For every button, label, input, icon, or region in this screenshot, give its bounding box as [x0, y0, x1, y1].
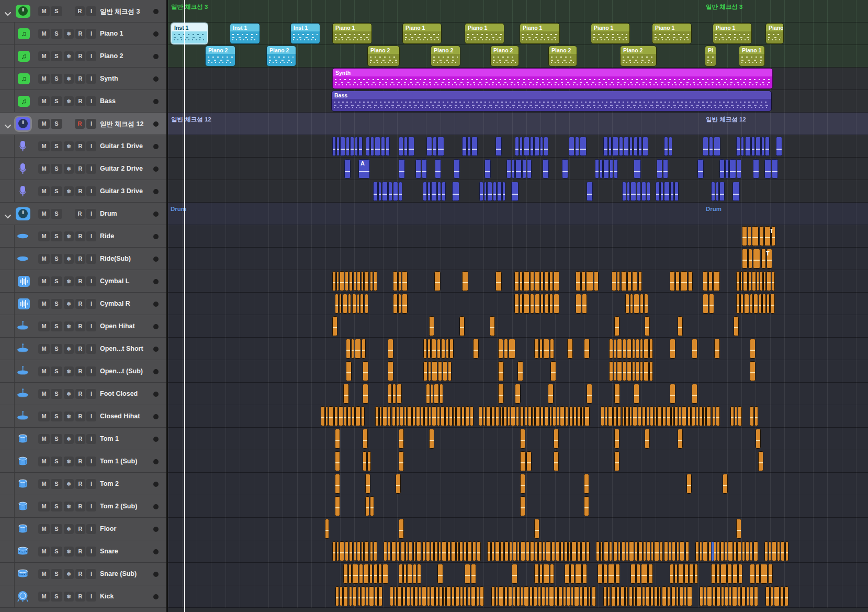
audio-clip[interactable] [642, 586, 645, 606]
audio-clip[interactable] [558, 586, 562, 606]
arrangement-row-6[interactable] [168, 135, 868, 158]
input-monitor-button[interactable]: I [86, 389, 96, 399]
solo-button[interactable]: S [51, 321, 62, 331]
input-monitor-button[interactable]: I [86, 366, 96, 376]
input-monitor-button[interactable]: I [86, 434, 96, 444]
track-name[interactable]: Bass [100, 97, 116, 105]
audio-clip[interactable] [416, 406, 420, 426]
audio-clip[interactable] [375, 137, 380, 156]
record-enable-button[interactable]: R [75, 592, 85, 602]
audio-clip[interactable] [750, 564, 755, 584]
audio-clip[interactable] [697, 159, 704, 179]
audio-clip[interactable] [603, 564, 607, 584]
audio-clip[interactable] [670, 182, 674, 201]
record-enable-button[interactable]: R [75, 547, 85, 557]
audio-clip[interactable] [772, 271, 775, 291]
audio-clip[interactable] [728, 541, 733, 561]
audio-clip[interactable] [404, 137, 408, 156]
track-header-guitar-2-drive[interactable]: MS❄RIGuitar 2 Drive [0, 158, 166, 180]
audio-clip[interactable] [746, 541, 749, 561]
freeze-button[interactable]: ❄ [64, 254, 74, 264]
audio-clip[interactable] [634, 294, 639, 314]
audio-clip[interactable] [437, 182, 441, 201]
audio-clip[interactable] [754, 406, 759, 426]
audio-clip[interactable] [348, 564, 352, 584]
audio-clip[interactable] [636, 361, 640, 381]
audio-clip[interactable] [332, 316, 337, 336]
audio-clip[interactable] [514, 271, 519, 291]
audio-clip[interactable] [565, 406, 568, 426]
audio-clip[interactable] [370, 496, 374, 516]
audio-clip[interactable] [627, 361, 632, 381]
track-name[interactable]: Cymbal R [100, 300, 130, 307]
audio-clip[interactable] [549, 294, 553, 314]
audio-clip[interactable] [688, 271, 693, 291]
audio-clip[interactable] [550, 564, 554, 584]
audio-clip[interactable] [740, 271, 743, 291]
audio-clip[interactable] [534, 519, 539, 539]
audio-clip[interactable] [563, 586, 566, 606]
audio-clip[interactable] [695, 541, 699, 561]
audio-clip[interactable] [363, 429, 368, 449]
audio-clip[interactable] [630, 294, 633, 314]
track-header-tom-2-sub[interactable]: MS❄RITom 2 (Sub) [0, 495, 166, 518]
audio-clip[interactable] [392, 384, 396, 404]
audio-clip[interactable] [680, 271, 687, 291]
audio-clip[interactable] [416, 541, 422, 561]
audio-clip[interactable] [614, 451, 619, 471]
audio-clip[interactable] [780, 586, 784, 606]
audio-clip[interactable] [725, 541, 727, 561]
audio-clip[interactable] [465, 406, 469, 426]
audio-clip[interactable] [686, 474, 692, 494]
track-name[interactable]: Open...t (Sub) [100, 368, 143, 375]
track-name[interactable]: Piano 2 [100, 52, 123, 60]
audio-clip[interactable] [644, 294, 648, 314]
audio-clip[interactable] [554, 294, 559, 314]
audio-clip[interactable] [490, 316, 495, 336]
record-enable-button[interactable]: R [75, 389, 85, 399]
audio-clip[interactable] [603, 159, 609, 179]
audio-clip[interactable] [646, 586, 650, 606]
track-name[interactable]: Guitar 1 Drive [100, 142, 143, 150]
audio-clip[interactable] [332, 137, 336, 156]
audio-clip[interactable] [637, 182, 640, 201]
arrangement-row-11[interactable]: T [168, 248, 868, 270]
audio-clip[interactable] [398, 294, 402, 314]
mute-button[interactable]: M [38, 569, 50, 579]
audio-clip[interactable] [357, 271, 360, 291]
audio-clip[interactable] [622, 541, 625, 561]
audio-clip[interactable] [716, 406, 720, 426]
audio-clip[interactable] [325, 406, 329, 426]
freeze-button[interactable]: ❄ [64, 411, 74, 421]
audio-clip[interactable] [434, 271, 441, 291]
audio-clip[interactable] [344, 406, 347, 426]
arrangement-row-9[interactable]: DrumDrum [168, 203, 868, 225]
audio-clip[interactable] [524, 586, 529, 606]
track-name[interactable]: Ride [100, 232, 114, 240]
track-header-ride[interactable]: MS❄RIRide [0, 225, 166, 248]
audio-clip[interactable] [413, 564, 416, 584]
track-name[interactable]: Tom 1 (Sub) [100, 458, 137, 465]
audio-clip[interactable] [636, 564, 640, 584]
audio-clip[interactable] [737, 159, 741, 179]
audio-clip[interactable] [343, 384, 349, 404]
audio-clip[interactable] [363, 384, 368, 404]
audio-clip[interactable] [517, 541, 520, 561]
solo-button[interactable]: S [51, 164, 62, 174]
audio-clip[interactable] [627, 339, 632, 359]
mute-button[interactable]: M [38, 547, 50, 557]
audio-clip[interactable] [427, 586, 430, 606]
audio-clip[interactable] [487, 541, 491, 561]
audio-clip[interactable] [617, 406, 622, 426]
audio-clip[interactable] [672, 541, 675, 561]
audio-clip[interactable] [629, 586, 633, 606]
audio-clip[interactable] [581, 541, 585, 561]
track-header-foot-closed[interactable]: MS❄RIFoot Closed [0, 383, 166, 405]
audio-clip[interactable] [577, 541, 581, 561]
audio-clip[interactable] [734, 316, 739, 336]
audio-clip[interactable] [584, 496, 589, 516]
audio-clip[interactable] [366, 137, 370, 156]
audio-clip[interactable] [657, 406, 662, 426]
input-monitor-button[interactable]: I [86, 209, 96, 219]
track-name[interactable]: 일반 체크섬 12 [100, 120, 143, 129]
